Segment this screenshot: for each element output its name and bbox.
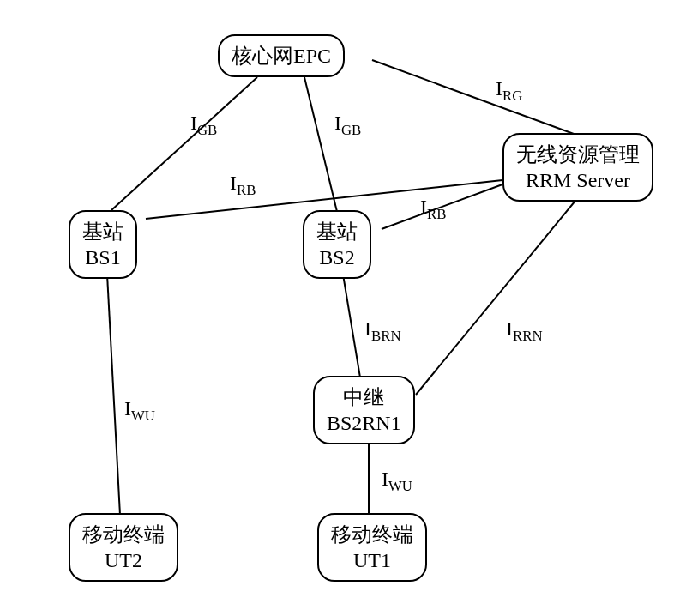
- node-relay-label2: BS2RN1: [327, 410, 401, 436]
- edge-label-rg: IRG: [496, 77, 522, 105]
- edge-label-brn: IBRN: [364, 317, 401, 345]
- node-bs1: 基站 BS1: [69, 210, 137, 279]
- edge-label-rb1: IRB: [230, 172, 256, 199]
- svg-line-0: [372, 60, 583, 137]
- node-ut1-label1: 移动终端: [331, 522, 413, 547]
- node-rrm-label1: 无线资源管理: [516, 142, 640, 167]
- node-bs1-label1: 基站: [82, 219, 123, 245]
- edge-label-rb2: IRB: [420, 196, 446, 223]
- node-epc-label: 核心网EPC: [232, 43, 331, 69]
- svg-line-2: [304, 77, 339, 219]
- node-ut2: 移动终端 UT2: [69, 513, 178, 582]
- node-rrm: 无线资源管理 RRM Server: [502, 133, 653, 202]
- node-ut2-label1: 移动终端: [82, 522, 165, 547]
- node-ut1: 移动终端 UT1: [317, 513, 427, 582]
- edge-label-gb2: IGB: [334, 112, 361, 139]
- node-relay: 中继 BS2RN1: [313, 376, 415, 444]
- node-epc: 核心网EPC: [218, 34, 345, 77]
- node-bs2-label1: 基站: [316, 219, 358, 245]
- node-ut1-label2: UT1: [353, 547, 391, 573]
- edge-label-gb1: IGB: [190, 112, 217, 139]
- edge-label-wu1: IWU: [382, 468, 412, 495]
- node-bs1-label2: BS1: [85, 245, 120, 270]
- edge-label-rrn: IRRN: [506, 317, 543, 345]
- node-bs2-label2: BS2: [319, 245, 354, 270]
- edge-label-wu2: IWU: [124, 397, 155, 425]
- node-bs2: 基站 BS2: [303, 210, 371, 279]
- svg-line-6: [343, 275, 360, 377]
- node-rrm-label2: RRM Server: [526, 167, 630, 193]
- svg-line-7: [107, 275, 120, 515]
- node-relay-label1: 中继: [343, 384, 384, 410]
- node-ut2-label2: UT2: [105, 547, 142, 573]
